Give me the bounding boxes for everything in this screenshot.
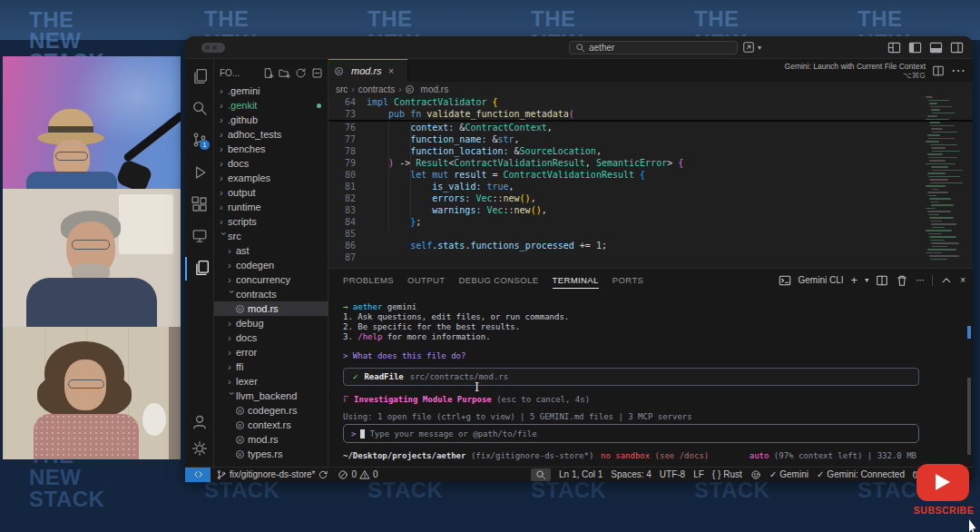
terminal-title[interactable]: Gemini CLI (799, 275, 844, 285)
language-mode[interactable]: { }Rust (712, 469, 742, 479)
minimap[interactable] (926, 96, 965, 264)
activity-item-file-explorer-view[interactable] (185, 257, 214, 281)
activity-item-explorer[interactable] (185, 65, 214, 89)
search-icon (191, 100, 208, 116)
minimap-line (929, 236, 956, 238)
maximize-panel-icon[interactable] (940, 274, 953, 287)
activity-item-settings[interactable] (185, 438, 214, 461)
gemini-launch-action[interactable]: Gemini: Launch with Current File Context… (785, 62, 926, 80)
tree-item-gemini[interactable]: ›.gemini (214, 84, 328, 98)
token: stats (437, 241, 465, 251)
kill-terminal-icon[interactable] (896, 274, 908, 287)
sync-icon[interactable] (318, 469, 328, 480)
new-file-icon[interactable] (262, 67, 274, 79)
terminal-body[interactable]: → aether gemini1. Ask questions, edit fi… (328, 291, 973, 468)
split-terminal-icon[interactable] (876, 274, 888, 287)
tree-item-runtime[interactable]: ›runtime (214, 200, 328, 214)
terminal-line: > What does this file do? (343, 351, 466, 361)
tree-item-modrs[interactable]: Rmod.rs (214, 301, 328, 316)
panel-tab-ports[interactable]: PORTS (612, 275, 644, 285)
toggle-secondary-sidebar-icon[interactable] (950, 41, 964, 54)
code-lines: 76 context: &ContractContext,77 function… (328, 122, 973, 263)
activity-item-run-debug[interactable] (185, 162, 214, 185)
remote-indicator[interactable] (185, 468, 211, 482)
tab-mod-rs[interactable]: R mod.rs × (328, 59, 408, 82)
tree-item-output[interactable]: ›output (214, 185, 328, 200)
command-center-search[interactable]: aether (569, 41, 738, 54)
eol[interactable]: LF (693, 469, 704, 479)
breadcrumb-file[interactable]: mod.rs (421, 84, 449, 94)
tree-item-error[interactable]: ›error (214, 345, 328, 360)
tree-item-modrs[interactable]: Rmod.rs (214, 432, 328, 447)
tree-item-scripts[interactable]: ›scripts (214, 214, 328, 229)
terminal-scrollbar[interactable] (967, 378, 971, 455)
activity-item-search[interactable] (185, 97, 214, 121)
gemini-status[interactable]: ✓Gemini (769, 469, 808, 479)
new-terminal-icon[interactable]: + (851, 273, 858, 287)
gemini-connected-status[interactable]: ✓Gemini: Connected (817, 469, 905, 479)
window-controls[interactable] (201, 43, 225, 53)
tree-item-concurrency[interactable]: ›concurrency (214, 272, 328, 287)
explorer-sidebar: FO... ›.gemini›.genkit›.github›adhoc_tes… (214, 59, 328, 467)
breadcrumb-contracts[interactable]: contracts (358, 84, 396, 94)
feedback[interactable] (750, 469, 761, 480)
more-actions-icon[interactable]: ⋯ (916, 275, 925, 285)
cursor-position[interactable]: Ln 1, Col 1 (559, 469, 603, 479)
tree-item-adhoc_tests[interactable]: ›adhoc_tests (214, 127, 328, 142)
chevron-right-icon: › (351, 84, 354, 94)
tree-item-genkit[interactable]: ›.genkit (214, 98, 328, 113)
tree-item-contracts[interactable]: ›contracts (214, 287, 328, 301)
tree-item-lexer[interactable]: ›lexer (214, 374, 328, 389)
subscribe-button[interactable] (916, 464, 969, 501)
launch-profile[interactable]: ▾ (742, 41, 761, 54)
branch-indicator[interactable]: fix/gitignore-ds-store* (216, 469, 328, 480)
tree-item-contextrs[interactable]: Rcontext.rs (214, 418, 328, 432)
activity-item-remote-explorer[interactable] (185, 225, 214, 249)
tree-item-codegen[interactable]: ›codegen (214, 258, 328, 272)
token: SemanticError (596, 158, 667, 168)
breadcrumb-src[interactable]: src (336, 84, 348, 94)
tree-item-docs[interactable]: ›docs (214, 156, 328, 171)
tree-item-examples[interactable]: ›examples (214, 171, 328, 185)
editor-tabbar: R mod.rs × Gemini: Launch with Current F… (328, 59, 973, 82)
toggle-sidebar-icon[interactable] (908, 41, 922, 54)
tree-item-ast[interactable]: ›ast (214, 243, 328, 258)
new-folder-icon[interactable] (279, 67, 290, 79)
gemini-input[interactable]: > Type your message or @path/to/file (343, 424, 919, 443)
customize-layout-icon[interactable] (887, 41, 901, 54)
search-marketplace-chip[interactable] (531, 468, 551, 481)
mic-arm (122, 111, 181, 163)
indentation[interactable]: Spaces: 4 (611, 469, 651, 479)
tree-item-docs[interactable]: ›docs (214, 330, 328, 345)
close-tab-icon[interactable]: × (388, 65, 394, 76)
tree-item-benches[interactable]: ›benches (214, 142, 328, 156)
code-editor[interactable]: 64impl ContractValidator {73 pub fn vali… (328, 96, 973, 268)
tree-item-llvm_backend[interactable]: ›llvm_backend (214, 389, 328, 403)
breadcrumb[interactable]: src › contracts › R mod.rs (328, 82, 973, 96)
refresh-explorer-icon[interactable] (295, 67, 307, 79)
panel-tab-output[interactable]: OUTPUT (407, 275, 445, 285)
activity-item-source-control[interactable]: 1 (185, 129, 214, 153)
tree-item-ffi[interactable]: ›ffi (214, 360, 328, 374)
activity-item-extensions[interactable] (185, 193, 214, 217)
tree-item-codegenrs[interactable]: Rcodegen.rs (214, 403, 328, 418)
code-line: 82 errors: Vec::new(), (328, 192, 973, 204)
panel-tab-terminal[interactable]: TERMINAL (553, 275, 599, 289)
code-line: 78 function_location: &SourceLocation, (328, 145, 973, 157)
toggle-panel-icon[interactable] (929, 41, 943, 54)
panel-tab-problems[interactable]: PROBLEMS (343, 275, 394, 285)
tree-item-debug[interactable]: ›debug (214, 316, 328, 330)
tree-item-github[interactable]: ›.github (214, 113, 328, 127)
token: validate_function_metadata (426, 109, 569, 119)
split-editor-icon[interactable] (932, 64, 945, 77)
panel-tab-debug-console[interactable]: DEBUG CONSOLE (458, 275, 538, 285)
tree-item-typesrs[interactable]: Rtypes.rs (214, 447, 328, 461)
chevron-down-icon[interactable]: ▾ (865, 276, 868, 284)
problems-indicator[interactable]: 0 0 (338, 469, 377, 480)
activity-item-accounts[interactable] (185, 411, 214, 435)
collapse-folders-icon[interactable] (311, 67, 323, 79)
encoding[interactable]: UTF-8 (660, 469, 685, 479)
more-actions-icon[interactable]: ⋯ (951, 62, 965, 79)
tree-item-src[interactable]: ›src (214, 229, 328, 243)
close-panel-icon[interactable]: × (960, 275, 965, 285)
